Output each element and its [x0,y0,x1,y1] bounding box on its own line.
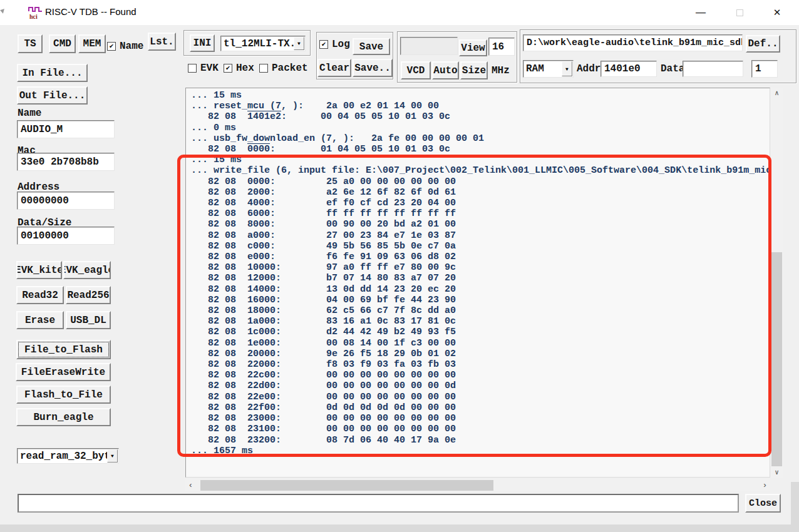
name-input[interactable]: AUDIO_M [17,120,115,138]
minimize-button[interactable]: — [686,0,715,25]
memory-type-select-value: RAM [526,61,562,77]
packet-checkbox[interactable]: Packet [259,63,308,74]
name-checkbox[interactable]: ✔ Name [107,41,143,52]
count-input[interactable]: 1 [751,60,778,78]
horizontal-scrollbar-thumb[interactable] [200,480,493,491]
addr-label: Addr [577,63,601,74]
scroll-right-icon[interactable]: › [760,479,770,491]
evk-eagle-button-label: EVK_eagle [63,265,111,276]
ts-button[interactable]: TS [18,34,43,53]
mhz-label: MHz [492,65,510,76]
packet-checkbox-mark [259,64,268,73]
read32-button-label: Read32 [22,290,58,301]
sdk-path-value: D:\work\eagle-audio\telink_b91m_mic_sdk [527,38,743,48]
usb-dl-button[interactable]: USB_DL [66,311,111,329]
minimize-icon: — [696,7,706,18]
burn-eagle-button[interactable]: Burn_eagle [16,408,111,426]
chevron-down-icon[interactable]: ▼ [294,37,304,50]
view-input[interactable] [400,37,458,55]
out-file-button[interactable]: Out File... [17,86,88,105]
close-window-button[interactable]: ✕ [763,0,791,25]
file-erase-write-button[interactable]: FileEraseWrite [16,363,111,381]
datasize-input-value: 00100000 [21,230,69,242]
packet-checkbox-label: Packet [272,63,308,74]
erase-button-label: Erase [25,315,55,326]
name-input-value: AUDIO_M [21,124,63,135]
vcd-button[interactable]: VCD [401,61,431,79]
command-input[interactable] [18,494,739,513]
save-button[interactable]: Save [353,38,390,55]
chevron-down-icon[interactable]: ▼ [562,61,572,76]
evk-kite-button[interactable]: EVK_kite [16,261,62,279]
mem-button[interactable]: MEM [78,34,106,53]
auto-button[interactable]: Auto [432,61,459,79]
scroll-left-icon[interactable]: ‹ [185,479,196,491]
scroll-down-icon[interactable]: ∨ [771,467,783,478]
datasize-input[interactable]: 00100000 [17,227,115,245]
save-button-label: Save [359,41,383,53]
mac-input[interactable]: 33e0 2b708b8b [17,153,115,171]
flash-to-file-button[interactable]: Flash_to_File [16,386,111,404]
name-checkbox-mark: ✔ [107,42,116,51]
out-file-button-label: Out File... [19,90,86,101]
view-button[interactable]: View [459,39,487,56]
addr-input-value: 1401e0 [604,63,641,74]
log-checkbox-mark: ✔ [319,40,328,49]
chevron-down-icon[interactable]: ▼ [107,449,118,463]
ts-button-label: TS [24,38,36,49]
hex-checkbox-label: Hex [236,63,254,74]
command-select[interactable]: read_ram_32_byte ▼ [17,448,119,464]
lst-button-label: Lst. [150,36,173,48]
title-bar: hci RISC-V TDB -- Found — ✕ [0,0,799,25]
mac-input-value: 33e0 2b708b8b [21,156,99,168]
maximize-button[interactable] [725,0,754,25]
def-button[interactable]: Def.. [746,35,780,53]
view-count-input[interactable]: 16 [488,38,515,56]
evk-checkbox-label: EVK [200,63,219,74]
read256-button[interactable]: Read256 [66,286,111,304]
hex-checkbox-mark: ✔ [224,64,232,73]
evk-checkbox[interactable]: EVK [188,63,219,74]
evk-eagle-button[interactable]: EVK_eagle [63,261,111,279]
window-bottom-edge [0,524,799,532]
in-file-button[interactable]: In File... [17,64,88,82]
svg-text:hci: hci [29,13,38,20]
cmd-button[interactable]: CMD [49,34,76,53]
clear-button[interactable]: Clear [317,59,351,77]
ini-select[interactable]: tl_12MLI-TX. ▼ [220,36,306,51]
maximize-icon [736,9,743,16]
vertical-scrollbar-thumb[interactable] [771,252,782,466]
close-button[interactable]: Close [745,494,781,513]
sdk-path-input[interactable]: D:\work\eagle-audio\telink_b91m_mic_sdk [523,34,743,51]
addr-input[interactable]: 1401e0 [601,61,657,77]
memory-type-select[interactable]: RAM ▼ [523,60,574,78]
ini-button[interactable]: INI [190,34,215,52]
def-button-label: Def.. [748,38,778,49]
horizontal-scrollbar[interactable]: ‹ › [185,479,770,491]
window-right-edge [791,482,799,532]
window-title: RISC-V TDB -- Found [45,6,137,17]
vertical-scrollbar[interactable]: ∧ ∨ [771,88,783,478]
file-to-flash-button[interactable]: File_to_Flash [16,340,111,359]
erase-button[interactable]: Erase [16,311,64,329]
clear-button-label: Clear [319,63,349,74]
vcd-button-label: VCD [407,65,425,76]
data-label: Data [661,63,684,74]
log-checkbox[interactable]: ✔ Log [319,39,350,50]
hex-checkbox[interactable]: ✔ Hex [224,63,254,74]
log-checkbox-label: Log [332,39,350,50]
address-input[interactable]: 00000000 [17,192,115,210]
count-input-value: 1 [755,63,761,74]
close-button-label: Close [749,498,777,509]
cmd-button-label: CMD [53,38,71,49]
data-input[interactable] [683,61,743,77]
name-checkbox-label: Name [120,41,143,52]
log-output[interactable]: ... 15 ms... reset_mcu (7, ): 2a 00 e2 0… [185,88,770,478]
file-erase-write-button-label: FileEraseWrite [21,367,105,378]
evk-checkbox-mark [188,64,197,73]
save-as-button[interactable]: Save.. [353,59,393,77]
scroll-up-icon[interactable]: ∧ [771,88,783,98]
lst-button[interactable]: Lst. [148,33,176,51]
size-button[interactable]: Size [460,61,488,79]
read32-button[interactable]: Read32 [16,286,64,304]
